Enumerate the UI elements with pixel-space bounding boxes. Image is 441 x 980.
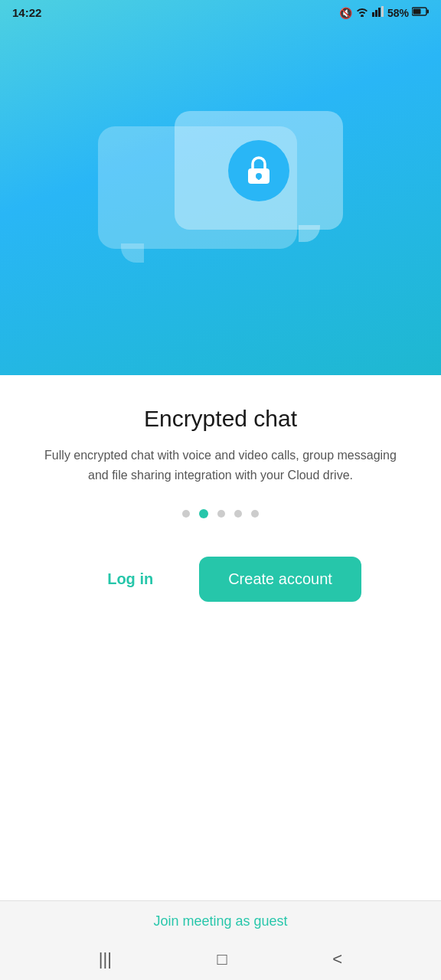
- svg-rect-1: [375, 10, 377, 17]
- bubble-front: [175, 111, 343, 230]
- dot-4[interactable]: [234, 510, 242, 518]
- bottom-bar: Join meeting as guest ||| □ <: [0, 900, 441, 980]
- signal-icon: [372, 6, 384, 19]
- battery-percentage: 58%: [387, 7, 409, 19]
- back-button[interactable]: <: [332, 949, 342, 969]
- navigation-bar: ||| □ <: [0, 942, 441, 977]
- hero-section: [0, 0, 441, 375]
- create-account-button[interactable]: Create account: [199, 557, 361, 602]
- svg-rect-5: [413, 9, 421, 15]
- mute-icon: 🔇: [339, 7, 352, 19]
- pagination-dots: [182, 509, 259, 518]
- action-buttons: Log in Create account: [23, 557, 418, 602]
- dot-1[interactable]: [182, 510, 190, 518]
- svg-rect-3: [381, 6, 384, 17]
- dot-2[interactable]: [199, 509, 208, 518]
- dot-3[interactable]: [217, 510, 225, 518]
- svg-rect-6: [427, 10, 430, 14]
- content-section: Encrypted chat Fully encrypted chat with…: [0, 375, 441, 900]
- guest-link[interactable]: Join meeting as guest: [153, 913, 287, 929]
- wifi-icon: [355, 6, 369, 19]
- page-description: Fully encrypted chat with voice and vide…: [44, 446, 397, 485]
- recent-apps-button[interactable]: |||: [99, 949, 112, 969]
- chat-illustration: [98, 111, 343, 295]
- home-button[interactable]: □: [217, 949, 227, 969]
- battery-icon: [412, 7, 429, 18]
- svg-rect-0: [372, 12, 374, 17]
- status-bar: 14:22 🔇 58%: [0, 0, 441, 25]
- lock-circle: [228, 140, 289, 201]
- dot-5[interactable]: [251, 510, 259, 518]
- svg-rect-2: [378, 8, 381, 17]
- login-button[interactable]: Log in: [80, 558, 181, 600]
- lock-icon: [243, 154, 274, 188]
- page-title: Encrypted chat: [144, 406, 297, 432]
- status-time: 14:22: [12, 6, 41, 19]
- status-icons: 🔇 58%: [339, 6, 429, 19]
- svg-rect-9: [258, 176, 260, 180]
